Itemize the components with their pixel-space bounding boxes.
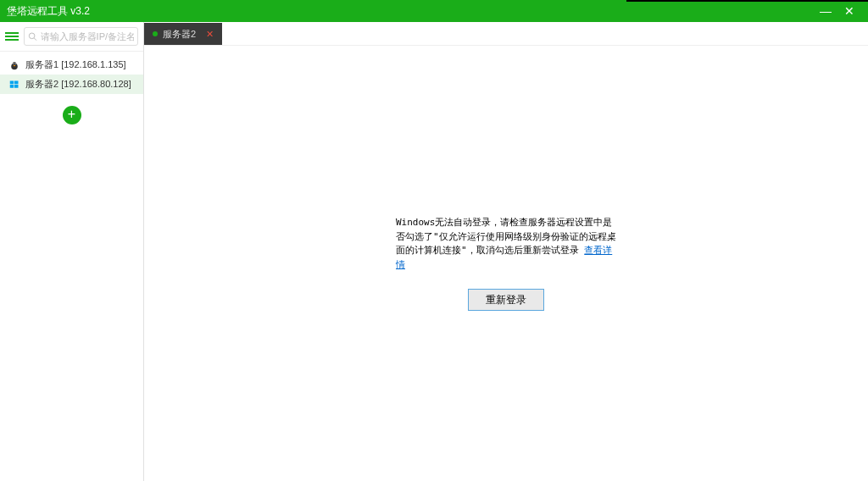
session-canvas: Windows无法自动登录，请检查服务器远程设置中是否勾选了"仅允许运行使用网络…	[144, 46, 868, 481]
error-message: Windows无法自动登录，请检查服务器远程设置中是否勾选了"仅允许运行使用网络…	[396, 216, 616, 311]
linux-icon	[8, 60, 20, 70]
status-dot	[153, 31, 158, 36]
svg-rect-7	[14, 80, 19, 84]
server-label: 服务器2 [192.168.80.128]	[25, 78, 131, 91]
server-item[interactable]: 服务器2 [192.168.80.128]	[0, 75, 143, 94]
menu-icon[interactable]	[5, 32, 19, 41]
error-text: Windows无法自动登录，请检查服务器远程设置中是否勾选了"仅允许运行使用网络…	[396, 217, 616, 256]
svg-point-4	[13, 63, 14, 64]
tabbar: 服务器2 ✕	[144, 22, 868, 46]
add-server-button[interactable]: +	[63, 106, 81, 124]
inactive-region	[626, 0, 868, 2]
titlebar: 堡塔远程工具 v3.2 — ✕	[0, 0, 868, 22]
svg-rect-9	[14, 85, 19, 88]
tab-server2[interactable]: 服务器2 ✕	[144, 23, 222, 45]
content: 服务器2 ✕ Windows无法自动登录，请检查服务器远程设置中是否勾选了"仅允…	[144, 22, 868, 481]
server-list: 服务器1 [192.168.1.135] 服务器2 [192.168.80.12…	[0, 52, 143, 97]
tab-close-icon[interactable]: ✕	[206, 29, 214, 40]
windows-icon	[8, 80, 20, 90]
app-title: 堡塔远程工具 v3.2	[7, 4, 814, 19]
search-row	[0, 22, 143, 52]
tab-label: 服务器2	[163, 28, 196, 41]
sidebar: 服务器1 [192.168.1.135] 服务器2 [192.168.80.12…	[0, 22, 144, 481]
search-input[interactable]	[41, 31, 134, 41]
server-item[interactable]: 服务器1 [192.168.1.135]	[0, 55, 143, 75]
svg-point-0	[29, 33, 35, 39]
search-box[interactable]	[24, 27, 138, 46]
close-button[interactable]: ✕	[837, 4, 861, 18]
minimize-button[interactable]: —	[814, 4, 837, 18]
svg-line-1	[34, 38, 36, 41]
search-icon	[28, 31, 37, 41]
server-label: 服务器1 [192.168.1.135]	[25, 58, 126, 71]
relogin-button[interactable]: 重新登录	[468, 289, 544, 311]
svg-rect-8	[10, 85, 14, 88]
svg-point-5	[15, 63, 16, 64]
svg-rect-6	[10, 80, 14, 84]
main: 服务器1 [192.168.1.135] 服务器2 [192.168.80.12…	[0, 22, 868, 481]
